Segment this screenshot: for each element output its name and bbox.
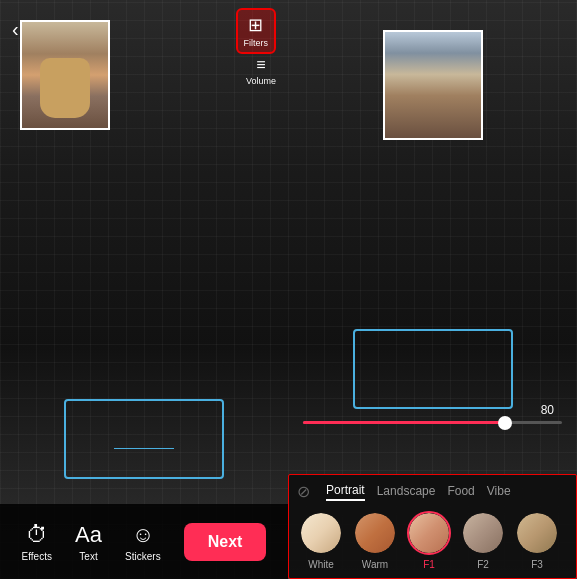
effects-label: Effects xyxy=(22,551,52,562)
filter-f3[interactable]: F3 xyxy=(513,511,561,570)
tab-food[interactable]: Food xyxy=(447,482,474,500)
text-button[interactable]: Aa Text xyxy=(75,522,102,562)
filter-f1[interactable]: F1 xyxy=(405,511,453,570)
filters-panel: ⊘ Portrait Landscape Food Vibe White War… xyxy=(288,474,577,579)
effects-icon: ⏱ xyxy=(26,522,48,548)
filter-f1-label: F1 xyxy=(423,559,435,570)
touchpad-line-left xyxy=(114,448,174,449)
filters-icon: ⊞ xyxy=(248,14,263,36)
filter-warm[interactable]: Warm xyxy=(351,511,399,570)
volume-label: Volume xyxy=(246,76,276,86)
touchpad-right xyxy=(353,329,513,409)
slider-track[interactable] xyxy=(303,421,562,424)
touchpad-left xyxy=(64,399,224,479)
filter-tabs: ⊘ Portrait Landscape Food Vibe xyxy=(289,475,576,507)
filter-warm-label: Warm xyxy=(362,559,388,570)
right-panel: 80 ⊘ Portrait Landscape Food Vibe White xyxy=(288,0,577,579)
volume-icon: ≡ xyxy=(256,56,265,74)
filter-warm-img xyxy=(355,513,395,553)
text-label: Text xyxy=(79,551,97,562)
filter-white-label: White xyxy=(308,559,334,570)
slider-area: 80 xyxy=(288,403,577,424)
stickers-icon: ☺ xyxy=(132,522,154,548)
slider-fill xyxy=(303,421,505,424)
back-button[interactable]: ‹ xyxy=(12,18,19,41)
filter-f1-img xyxy=(409,513,449,553)
next-button[interactable]: Next xyxy=(184,523,267,561)
text-icon: Aa xyxy=(75,522,102,548)
tab-vibe[interactable]: Vibe xyxy=(487,482,511,500)
filter-white[interactable]: White xyxy=(297,511,345,570)
dog-body xyxy=(40,58,90,118)
filter-white-img xyxy=(301,513,341,553)
tab-landscape[interactable]: Landscape xyxy=(377,482,436,500)
slider-thumb[interactable] xyxy=(498,416,512,430)
volume-button[interactable]: ≡ Volume xyxy=(246,56,276,86)
filter-f3-label: F3 xyxy=(531,559,543,570)
dog-image-left xyxy=(22,22,108,128)
filter-warm-circle xyxy=(353,511,397,555)
filter-f2[interactable]: F2 xyxy=(459,511,507,570)
filter-f1-circle xyxy=(407,511,451,555)
slider-value: 80 xyxy=(303,403,562,417)
dog-image-right xyxy=(385,32,481,138)
left-thumbnail xyxy=(20,20,110,130)
filter-circles: White Warm F1 F2 xyxy=(289,507,576,578)
effects-button[interactable]: ⏱ Effects xyxy=(22,522,52,562)
filters-label: Filters xyxy=(244,38,269,48)
filter-f3-img xyxy=(517,513,557,553)
no-filter-icon[interactable]: ⊘ xyxy=(297,482,310,501)
filter-f2-circle xyxy=(461,511,505,555)
filter-f2-label: F2 xyxy=(477,559,489,570)
tab-portrait[interactable]: Portrait xyxy=(326,481,365,501)
bottom-toolbar: ⏱ Effects Aa Text ☺ Stickers Next xyxy=(0,504,288,579)
left-panel: ‹ ⊞ Filters ≡ Volume ⏱ Effects Aa Text ☺… xyxy=(0,0,288,579)
filter-f2-img xyxy=(463,513,503,553)
filters-button[interactable]: ⊞ Filters xyxy=(236,8,277,54)
filter-white-circle xyxy=(299,511,343,555)
stickers-button[interactable]: ☺ Stickers xyxy=(125,522,161,562)
stickers-label: Stickers xyxy=(125,551,161,562)
right-thumbnail xyxy=(383,30,483,140)
filter-f3-circle xyxy=(515,511,559,555)
